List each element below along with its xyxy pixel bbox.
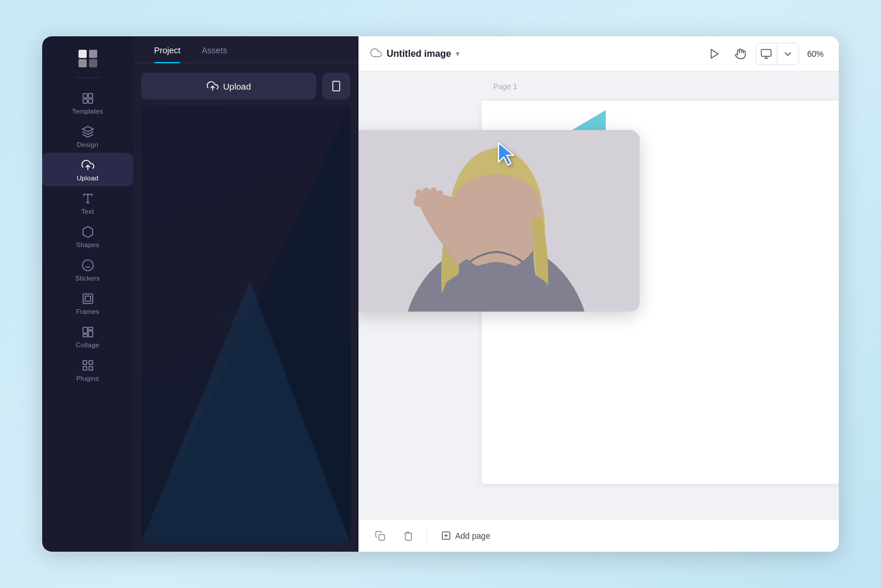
sidebar-item-text-label: Text (81, 208, 94, 215)
tab-project[interactable]: Project (144, 36, 191, 63)
sidebar-item-collage-label: Collage (76, 341, 100, 348)
svg-rect-7 (88, 99, 92, 103)
svg-rect-5 (88, 94, 92, 98)
woman-svg (358, 130, 640, 312)
sidebar-top-divider (76, 77, 100, 78)
tab-assets[interactable]: Assets (191, 36, 238, 63)
canvas-title: Untitled image (387, 49, 451, 59)
cloud-save-icon (370, 47, 382, 61)
sidebar-item-plugins[interactable]: Plugins (42, 353, 133, 387)
panel: Project Assets Upload (133, 36, 358, 552)
canvas-header: Untitled image ▾ (358, 36, 839, 71)
sidebar-item-stickers[interactable]: Stickers (42, 253, 133, 286)
photo-image (358, 130, 640, 312)
device-icon (330, 80, 342, 92)
svg-rect-1 (89, 50, 97, 58)
svg-rect-25 (333, 81, 340, 91)
sidebar: Templates Design Upload (42, 36, 133, 552)
svg-rect-4 (83, 94, 87, 98)
svg-marker-29 (711, 49, 718, 58)
view-chevron-button[interactable] (777, 43, 798, 64)
bottom-divider (426, 529, 427, 543)
svg-rect-22 (83, 367, 86, 370)
page-label: Page 1 (493, 82, 517, 91)
add-page-button[interactable]: Add page (435, 527, 496, 544)
sidebar-item-collage[interactable]: Collage (42, 320, 133, 353)
svg-rect-2 (78, 59, 87, 67)
play-button[interactable] (704, 43, 725, 64)
svg-rect-20 (83, 361, 86, 364)
svg-rect-15 (85, 296, 90, 301)
copy-page-button[interactable] (370, 526, 390, 546)
svg-rect-21 (88, 361, 92, 364)
svg-rect-23 (88, 367, 92, 370)
sidebar-item-templates-label: Templates (72, 108, 103, 115)
svg-rect-30 (762, 49, 771, 56)
sidebar-item-shapes[interactable]: Shapes (42, 220, 133, 253)
panel-triangle-decoration (141, 107, 350, 542)
canvas-content[interactable]: Page 1 (358, 71, 839, 519)
svg-rect-16 (83, 327, 87, 333)
sidebar-item-shapes-label: Shapes (76, 241, 100, 248)
upload-row: Upload (141, 73, 350, 100)
upload-icon (207, 80, 218, 92)
panel-media-area (141, 107, 350, 542)
panel-body: Upload (133, 63, 358, 552)
device-button[interactable] (322, 73, 350, 100)
title-chevron-icon[interactable]: ▾ (456, 49, 460, 58)
svg-rect-14 (83, 294, 93, 304)
svg-rect-19 (83, 334, 87, 337)
app-logo[interactable] (77, 47, 99, 69)
svg-rect-6 (83, 99, 87, 103)
desktop-view-button[interactable] (756, 43, 777, 64)
panel-tabs: Project Assets (133, 36, 358, 63)
sidebar-item-frames[interactable]: Frames (42, 286, 133, 320)
sidebar-item-design-label: Design (77, 141, 98, 148)
canvas-area: Untitled image ▾ (358, 36, 839, 552)
canvas-bottom-bar: Add page (358, 519, 839, 552)
floating-photo[interactable] (358, 130, 640, 312)
add-page-icon (441, 531, 451, 541)
sidebar-item-upload[interactable]: Upload (42, 153, 133, 186)
sidebar-item-frames-label: Frames (76, 308, 100, 315)
svg-rect-42 (379, 534, 385, 540)
canvas-header-right: 60% (704, 43, 827, 65)
canvas-header-left: Untitled image ▾ (370, 47, 460, 61)
svg-rect-3 (89, 59, 97, 67)
hand-tool-button[interactable] (730, 43, 751, 64)
view-toggle-group (756, 43, 799, 65)
sidebar-item-design[interactable]: Design (42, 119, 133, 153)
svg-rect-0 (78, 50, 87, 58)
delete-page-button[interactable] (398, 526, 418, 546)
sidebar-item-plugins-label: Plugins (76, 375, 99, 382)
sidebar-item-templates[interactable]: Templates (42, 86, 133, 119)
sidebar-item-upload-label: Upload (77, 175, 98, 182)
sidebar-item-stickers-label: Stickers (76, 275, 100, 282)
svg-point-11 (82, 260, 93, 271)
app-container: Templates Design Upload (42, 36, 839, 552)
svg-rect-17 (88, 327, 92, 330)
upload-button[interactable]: Upload (141, 73, 316, 100)
zoom-level[interactable]: 60% (804, 49, 827, 59)
svg-rect-18 (88, 331, 92, 337)
sidebar-item-text[interactable]: Text (42, 186, 133, 220)
